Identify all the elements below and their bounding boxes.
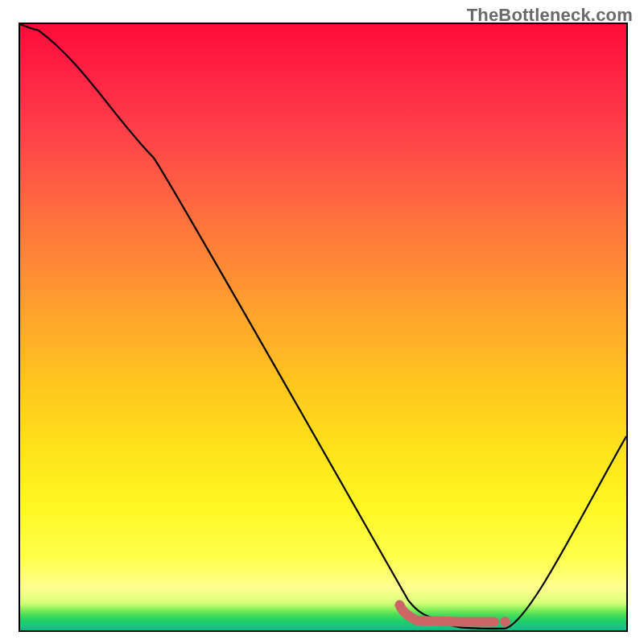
plot-frame — [19, 23, 628, 632]
bottleneck-curve — [20, 24, 626, 629]
plot-area — [20, 24, 626, 630]
chart-stage: TheBottleneck.com — [0, 0, 644, 644]
curve-layer — [20, 24, 626, 630]
indicator-dot — [500, 617, 510, 627]
